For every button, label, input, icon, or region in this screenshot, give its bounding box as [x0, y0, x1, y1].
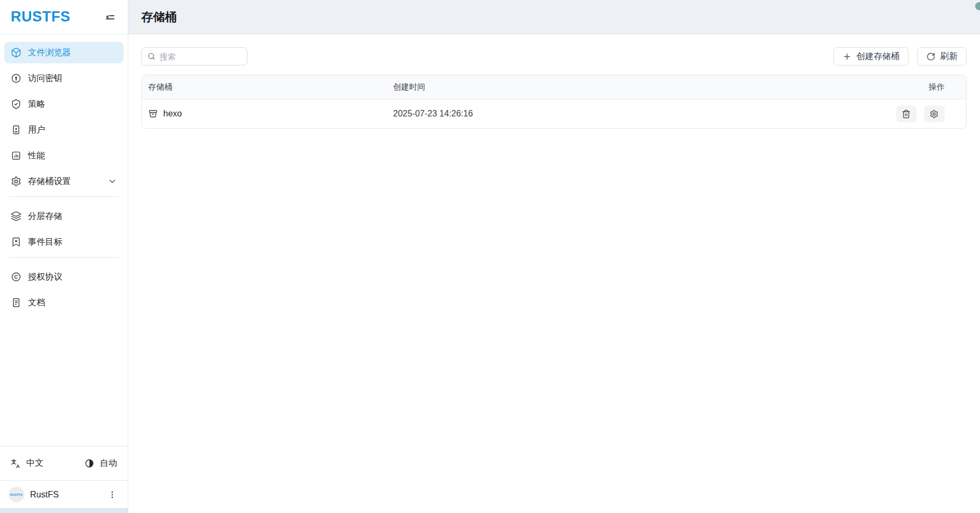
- sidebar-item-label: 用户: [28, 124, 45, 136]
- gear-icon: [930, 109, 939, 119]
- sidebar-item-event-targets[interactable]: 事件目标: [4, 231, 124, 253]
- plus-icon: [843, 52, 852, 61]
- sidebar-nav: 文件浏览器 访问密钥: [0, 34, 128, 446]
- bar-chart-icon: [11, 150, 21, 161]
- refresh-button[interactable]: 刷新: [917, 47, 967, 65]
- sidebar-item-label: 策略: [28, 99, 45, 110]
- app-window: RUSTFS 文件浏览器: [0, 0, 980, 513]
- sidebar-collapse-button[interactable]: [102, 9, 118, 25]
- refresh-icon: [926, 52, 935, 61]
- search-icon: [147, 52, 156, 61]
- sidebar-item-file-browser[interactable]: 文件浏览器: [4, 42, 124, 63]
- buckets-table: 存储桶 创建时间 操作 hexo 2025-07-23 14:26:16: [141, 75, 967, 129]
- table-header-row: 存储桶 创建时间 操作: [142, 75, 966, 99]
- sidebar-item-performance[interactable]: 性能: [4, 145, 124, 166]
- create-bucket-button[interactable]: 创建存储桶: [833, 47, 909, 65]
- column-header-created: 创建时间: [387, 82, 848, 92]
- chevron-down-icon: [107, 177, 117, 186]
- corner-chip: [975, 2, 980, 10]
- main-content: 存储桶 创建存储桶: [128, 0, 980, 513]
- sidebar-user-row: RUSTFS RustFS: [0, 480, 128, 508]
- nav-divider: [9, 196, 119, 197]
- layers-icon: [11, 211, 21, 222]
- page-title: 存储桶: [141, 9, 177, 25]
- sidebar-item-label: 事件目标: [28, 237, 62, 248]
- avatar: RUSTFS: [9, 487, 24, 502]
- bookmark-star-icon: [11, 237, 21, 247]
- sidebar-item-label: 存储桶设置: [28, 176, 71, 187]
- column-header-actions: 操作: [848, 82, 966, 92]
- sidebar-item-label: 文档: [28, 297, 45, 309]
- sidebar-item-users[interactable]: 用户: [4, 119, 124, 141]
- bucket-settings-button[interactable]: [924, 106, 945, 122]
- sidebar-item-label: 分层存储: [28, 211, 62, 222]
- sidebar-item-access-keys[interactable]: 访问密钥: [4, 68, 124, 89]
- translate-icon: 文 A: [11, 458, 21, 469]
- user-card-icon: [11, 124, 21, 135]
- trash-icon: [902, 109, 911, 119]
- table-row[interactable]: hexo 2025-07-23 14:26:16: [142, 99, 966, 128]
- sidebar-item-label: 文件浏览器: [28, 47, 71, 58]
- sidebar-item-label: 访问密钥: [28, 73, 62, 84]
- refresh-label: 刷新: [940, 51, 957, 62]
- search-input[interactable]: [159, 52, 242, 61]
- user-name: RustFS: [30, 490, 59, 500]
- document-icon: [11, 297, 21, 308]
- brand-logo: RUSTFS: [11, 9, 70, 25]
- key-round-icon: [11, 73, 21, 84]
- bucket-actions-cell: [848, 106, 966, 122]
- sidebar-item-label: 授权协议: [28, 272, 62, 283]
- copyright-icon: [11, 272, 21, 282]
- toolbar: 创建存储桶 刷新: [128, 34, 980, 65]
- language-switcher[interactable]: 文 A 中文: [11, 458, 43, 469]
- bucket-icon: [148, 109, 158, 119]
- page-header: 存储桶: [128, 0, 980, 34]
- sidebar: RUSTFS 文件浏览器: [0, 0, 128, 513]
- sidebar-item-policies[interactable]: 策略: [4, 93, 124, 115]
- gear-icon: [11, 176, 21, 187]
- delete-bucket-button[interactable]: [896, 106, 917, 122]
- sidebar-footer-settings: 文 A 中文 自动: [0, 446, 128, 480]
- nav-divider: [9, 257, 119, 258]
- sidebar-item-docs[interactable]: 文档: [4, 292, 124, 313]
- shield-check-icon: [11, 99, 21, 109]
- sidebar-header: RUSTFS: [0, 0, 128, 34]
- bucket-name: hexo: [163, 109, 182, 119]
- svg-text:A: A: [16, 464, 20, 469]
- language-label: 中文: [26, 458, 43, 469]
- kebab-icon: [107, 490, 117, 500]
- sidebar-bottom-strip: [0, 508, 128, 513]
- sidebar-item-tiered-storage[interactable]: 分层存储: [4, 206, 124, 227]
- create-bucket-label: 创建存储桶: [856, 51, 899, 62]
- bucket-created-cell: 2025-07-23 14:26:16: [387, 109, 848, 119]
- user-menu-button[interactable]: [105, 488, 119, 502]
- column-header-bucket: 存储桶: [142, 82, 387, 92]
- search-box[interactable]: [141, 47, 248, 65]
- sidebar-item-license[interactable]: 授权协议: [4, 266, 124, 288]
- sidebar-item-bucket-settings[interactable]: 存储桶设置: [4, 171, 124, 192]
- sidebar-item-label: 性能: [28, 150, 45, 162]
- theme-label: 自动: [100, 458, 117, 469]
- bucket-name-cell: hexo: [142, 109, 387, 119]
- auto-theme-icon: [84, 458, 95, 469]
- panel-collapse-icon: [104, 11, 116, 23]
- theme-switcher[interactable]: 自动: [84, 458, 117, 469]
- cube-icon: [11, 47, 21, 58]
- toolbar-buttons: 创建存储桶 刷新: [833, 47, 967, 65]
